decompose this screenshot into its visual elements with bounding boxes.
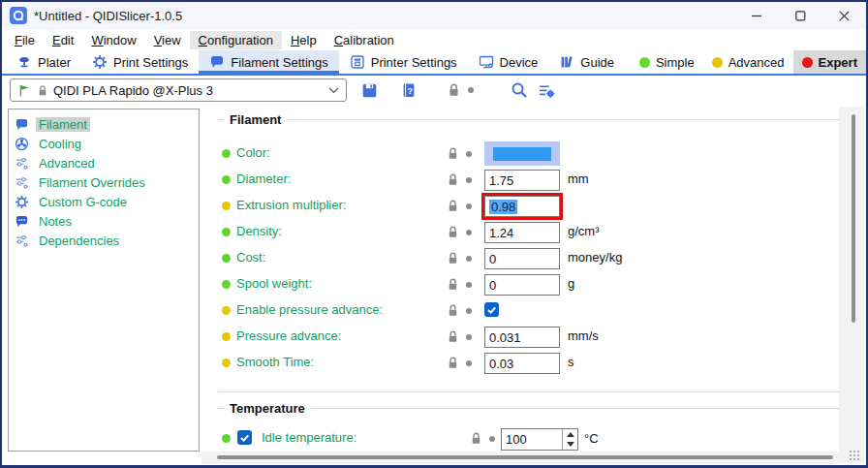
green-dot-icon bbox=[222, 280, 231, 289]
group-title: Temperature bbox=[230, 401, 305, 416]
sidebar-item-custom-gcode[interactable]: Custom G-code bbox=[9, 192, 199, 211]
smooth-time-input[interactable]: 0.03 bbox=[484, 353, 560, 374]
lock-icon[interactable] bbox=[447, 329, 459, 347]
spool-weight-input[interactable]: 0 bbox=[484, 274, 560, 296]
lock-icon[interactable] bbox=[447, 356, 459, 373]
device-icon bbox=[479, 54, 494, 70]
menu-file[interactable]: File bbox=[6, 31, 44, 49]
tab-device[interactable]: Device bbox=[468, 50, 549, 74]
group-heading-temperature: Temperature bbox=[218, 401, 839, 416]
menu-edit[interactable]: Edit bbox=[44, 31, 82, 49]
setting-label: Extrusion multiplier: bbox=[236, 198, 346, 212]
idle-temperature-checkbox[interactable] bbox=[237, 430, 252, 445]
tab-guide[interactable]: Guide bbox=[548, 50, 625, 74]
maximize-button[interactable] bbox=[779, 2, 822, 29]
setting-row-idle-temperature: Idle temperature: 100 °C bbox=[218, 428, 839, 454]
sidebar-item-filament[interactable]: Filament bbox=[9, 114, 199, 134]
filament-icon bbox=[15, 117, 29, 132]
lock-icon[interactable] bbox=[447, 225, 459, 242]
revert-dot-icon bbox=[489, 436, 495, 442]
setting-row-color: Color: bbox=[218, 143, 839, 170]
extrusion-multiplier-input[interactable]: 0.98 bbox=[484, 196, 560, 217]
setting-row-extrusion-multiplier: Extrusion multiplier: 0.98 bbox=[218, 196, 839, 222]
guide-icon bbox=[559, 54, 574, 70]
lock-icon[interactable] bbox=[447, 303, 459, 321]
lock-icon[interactable] bbox=[447, 172, 459, 190]
setting-label: Cost: bbox=[236, 250, 265, 265]
spin-up-button[interactable] bbox=[563, 429, 577, 440]
horizontal-scrollbar-thumb[interactable] bbox=[217, 455, 833, 459]
revert-dot-icon bbox=[466, 308, 472, 314]
yellow-dot-icon bbox=[222, 306, 231, 315]
lock-icon[interactable] bbox=[447, 251, 459, 268]
color-swatch-button[interactable] bbox=[484, 141, 560, 166]
mode-advanced[interactable]: Advanced bbox=[703, 50, 793, 74]
setting-row-spool-weight: Spool weight: 0 g bbox=[218, 274, 839, 300]
setting-label: Pressure advance: bbox=[236, 328, 341, 343]
value-revert-dot-icon bbox=[468, 87, 474, 93]
tab-print-settings[interactable]: Print Settings bbox=[81, 50, 199, 74]
enable-pressure-advance-checkbox[interactable] bbox=[484, 302, 499, 317]
sidebar-item-advanced[interactable]: Advanced bbox=[9, 153, 199, 172]
tab-plater[interactable]: Plater bbox=[6, 50, 81, 74]
arrow-down-icon bbox=[567, 442, 574, 447]
green-dot-icon bbox=[222, 149, 231, 158]
lock-icon[interactable] bbox=[447, 199, 459, 216]
mode-expert[interactable]: Expert bbox=[793, 50, 866, 74]
spin-down-button[interactable] bbox=[563, 440, 577, 451]
revert-dot-icon bbox=[466, 360, 472, 366]
sidebar-item-dependencies[interactable]: Dependencies bbox=[9, 231, 199, 250]
lock-icon[interactable] bbox=[447, 146, 459, 164]
pressure-advance-input[interactable]: 0.031 bbox=[484, 327, 560, 348]
setting-label: Density: bbox=[236, 224, 282, 238]
search-button[interactable] bbox=[511, 81, 528, 99]
revert-dot-icon bbox=[466, 256, 472, 262]
group-title: Filament bbox=[230, 112, 281, 127]
vertical-scrollbar-thumb[interactable] bbox=[852, 114, 855, 323]
menu-help[interactable]: Help bbox=[282, 31, 326, 49]
unit-label: s bbox=[568, 355, 574, 369]
green-dot-icon bbox=[222, 254, 231, 263]
unit-label: money/kg bbox=[568, 250, 622, 265]
help-button[interactable]: ? bbox=[401, 82, 417, 99]
unit-label: mm/s bbox=[568, 328, 599, 343]
menu-view[interactable]: View bbox=[145, 31, 190, 49]
flag-icon bbox=[17, 83, 32, 98]
unit-label: °C bbox=[584, 431, 599, 446]
mode-simple[interactable]: Simple bbox=[631, 50, 703, 74]
sidebar-item-notes[interactable]: Notes bbox=[9, 211, 199, 231]
unit-label: g/cm³ bbox=[568, 224, 600, 238]
preset-combobox[interactable]: QIDI PLA Rapido @X-Plus 3 bbox=[10, 78, 347, 102]
spinner-control[interactable] bbox=[562, 429, 577, 450]
cost-input[interactable]: 0 bbox=[484, 248, 560, 269]
resize-grip[interactable] bbox=[849, 450, 860, 461]
search-icon bbox=[511, 81, 528, 99]
close-button[interactable] bbox=[822, 2, 866, 29]
lock-icon[interactable] bbox=[470, 431, 482, 449]
menu-calibration[interactable]: Calibration bbox=[326, 31, 403, 49]
lock-icon[interactable] bbox=[447, 277, 459, 295]
idle-temperature-input[interactable]: 100 bbox=[501, 428, 578, 451]
tab-printer-settings[interactable]: Printer Settings bbox=[339, 50, 468, 74]
sidebar-item-cooling[interactable]: Cooling bbox=[9, 134, 199, 153]
plater-icon bbox=[16, 54, 32, 70]
tab-filament-settings[interactable]: Filament Settings bbox=[199, 50, 338, 74]
diameter-input[interactable]: 1.75 bbox=[484, 170, 560, 191]
revert-dot-icon bbox=[466, 151, 472, 157]
minimize-button[interactable] bbox=[735, 2, 779, 29]
setting-label: Diameter: bbox=[236, 172, 291, 186]
vertical-scrollbar[interactable] bbox=[839, 107, 864, 463]
horizontal-scrollbar[interactable] bbox=[202, 452, 839, 464]
compare-presets-button[interactable] bbox=[538, 82, 555, 99]
setting-label: Smooth Time: bbox=[236, 355, 314, 369]
menu-configuration[interactable]: Configuration bbox=[190, 31, 282, 49]
density-input[interactable]: 1.24 bbox=[484, 222, 560, 243]
section-divider bbox=[218, 391, 839, 392]
setting-row-pressure-advance: Pressure advance: 0.031 mm/s bbox=[218, 327, 839, 353]
green-dot-icon bbox=[222, 434, 231, 443]
menu-window[interactable]: Window bbox=[82, 31, 144, 49]
save-preset-button[interactable] bbox=[361, 82, 378, 99]
lock-preset-button[interactable] bbox=[447, 82, 461, 98]
main-tab-bar: Plater Print Settings Filament Settings … bbox=[2, 50, 866, 76]
sidebar-item-filament-overrides[interactable]: Filament Overrides bbox=[9, 172, 199, 192]
